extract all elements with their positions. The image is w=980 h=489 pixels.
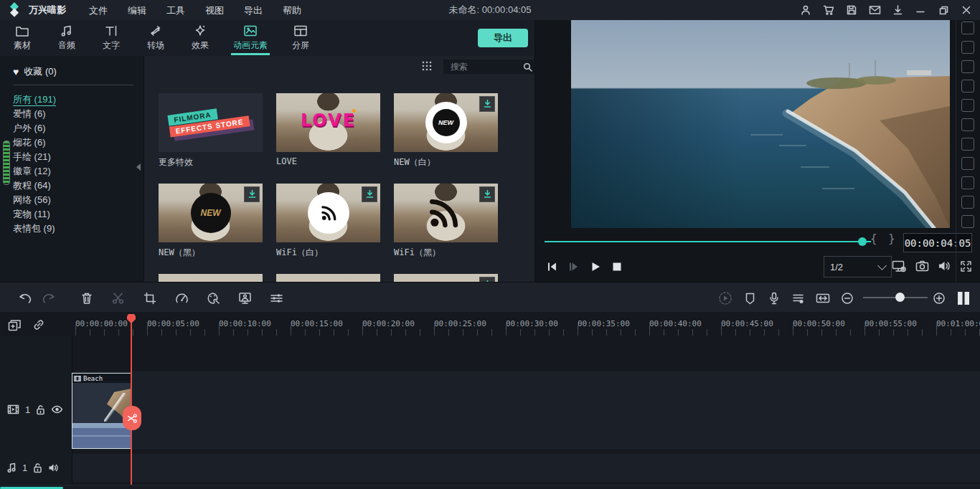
volume-icon[interactable] bbox=[936, 257, 953, 275]
playhead-handle[interactable] bbox=[127, 314, 136, 323]
fit-timeline-icon[interactable] bbox=[814, 289, 832, 308]
lock-icon[interactable] bbox=[33, 462, 42, 473]
download-element-icon[interactable] bbox=[362, 186, 377, 202]
side-square[interactable] bbox=[961, 138, 974, 151]
mark-in-icon[interactable]: { bbox=[870, 232, 877, 245]
save-icon[interactable] bbox=[842, 1, 861, 19]
lock-icon[interactable] bbox=[36, 404, 45, 415]
download-element-icon[interactable] bbox=[244, 186, 260, 202]
menu-help[interactable]: 帮助 bbox=[273, 1, 311, 20]
element-card-wifi-white[interactable] bbox=[276, 184, 380, 242]
color-icon[interactable] bbox=[204, 289, 222, 308]
category-emoji[interactable]: 表情包 (9) bbox=[13, 222, 143, 236]
category-internet[interactable]: 网络 (56) bbox=[13, 193, 143, 207]
side-square[interactable] bbox=[961, 196, 974, 209]
audio-mixer-icon[interactable] bbox=[789, 289, 808, 308]
mail-icon[interactable] bbox=[865, 1, 884, 19]
voiceover-icon[interactable] bbox=[765, 289, 783, 308]
link-icon[interactable] bbox=[30, 316, 47, 333]
video-track-lane[interactable] bbox=[72, 371, 980, 450]
zoom-in-icon[interactable] bbox=[930, 289, 948, 308]
download-element-icon[interactable] bbox=[479, 96, 495, 112]
side-square[interactable] bbox=[961, 215, 974, 228]
portrait-icon[interactable] bbox=[235, 289, 254, 308]
category-badges[interactable]: 徽章 (12) bbox=[13, 164, 143, 179]
side-square[interactable] bbox=[961, 157, 974, 170]
add-track-icon[interactable] bbox=[6, 316, 23, 333]
user-icon[interactable] bbox=[796, 1, 815, 19]
redo-icon[interactable] bbox=[39, 289, 58, 308]
preview-quality-select[interactable]: 1/2 bbox=[824, 256, 892, 277]
seekbar-knob[interactable] bbox=[858, 237, 867, 246]
side-square[interactable] bbox=[961, 80, 974, 92]
category-handdrawn[interactable]: 手绘 (21) bbox=[13, 150, 143, 164]
zoom-slider-knob[interactable] bbox=[895, 293, 905, 302]
menu-view[interactable]: 视图 bbox=[195, 1, 234, 20]
video-preview[interactable] bbox=[571, 20, 950, 228]
element-card-partial[interactable] bbox=[159, 274, 263, 282]
menu-edit[interactable]: 编辑 bbox=[118, 1, 156, 20]
adjust-icon[interactable] bbox=[267, 289, 286, 308]
delete-icon[interactable] bbox=[77, 289, 96, 308]
preview-seekbar[interactable] bbox=[545, 237, 871, 246]
tab-effects[interactable]: 效果 bbox=[178, 20, 222, 56]
speaker-icon[interactable] bbox=[48, 463, 59, 473]
search-icon[interactable] bbox=[523, 62, 532, 72]
collapse-panel-icon[interactable] bbox=[136, 163, 141, 171]
side-square[interactable] bbox=[961, 60, 974, 73]
previous-frame-button[interactable] bbox=[544, 258, 561, 275]
restore-icon[interactable] bbox=[934, 1, 953, 19]
speed-icon[interactable] bbox=[172, 289, 191, 308]
category-outdoor[interactable]: 户外 (6) bbox=[13, 121, 143, 136]
display-settings-icon[interactable] bbox=[890, 257, 908, 275]
cut-clip-button[interactable] bbox=[123, 406, 141, 430]
tab-audio[interactable]: 音频 bbox=[44, 20, 89, 56]
side-square[interactable] bbox=[961, 118, 974, 131]
side-square[interactable] bbox=[961, 176, 974, 189]
element-card-new-white[interactable]: NEW bbox=[394, 93, 498, 152]
export-button[interactable]: 导出 bbox=[478, 29, 528, 47]
tab-split-screen[interactable]: 分屏 bbox=[278, 20, 323, 56]
download-element-icon[interactable] bbox=[479, 277, 495, 282]
cut-icon[interactable] bbox=[109, 289, 128, 308]
download-element-icon[interactable] bbox=[479, 186, 495, 202]
audio-track-lane[interactable] bbox=[72, 454, 980, 482]
category-tutorial[interactable]: 教程 (64) bbox=[13, 179, 143, 193]
eye-icon[interactable] bbox=[51, 405, 63, 414]
render-preview-icon[interactable] bbox=[716, 289, 735, 308]
play-button[interactable] bbox=[587, 258, 604, 275]
category-love[interactable]: 爱情 (6) bbox=[13, 107, 143, 121]
element-card-love[interactable]: LOVE bbox=[276, 93, 380, 152]
mark-out-icon[interactable]: } bbox=[888, 232, 895, 245]
sidebar-scrollbar[interactable] bbox=[3, 141, 10, 185]
grid-view-icon[interactable] bbox=[422, 61, 432, 71]
tab-transition[interactable]: 转场 bbox=[133, 20, 178, 56]
crop-icon[interactable] bbox=[141, 289, 159, 308]
undo-icon[interactable] bbox=[16, 289, 34, 308]
tab-elements[interactable]: 动画元素 bbox=[222, 20, 278, 56]
snapshot-icon[interactable] bbox=[913, 257, 930, 275]
favorites-item[interactable]: ♥ 收藏 (0) bbox=[13, 65, 143, 78]
category-all[interactable]: 所有 (191) bbox=[13, 92, 143, 107]
element-card-partial[interactable] bbox=[276, 274, 380, 282]
zoom-out-icon[interactable] bbox=[838, 289, 857, 308]
side-square[interactable] bbox=[961, 41, 974, 54]
element-card-effects-store[interactable]: FILMORA EFFECTS STORE bbox=[159, 93, 263, 152]
tab-media[interactable]: 素材 bbox=[0, 20, 44, 56]
next-frame-button[interactable] bbox=[565, 258, 583, 275]
playhead[interactable] bbox=[131, 314, 132, 485]
side-square[interactable] bbox=[961, 99, 974, 112]
stop-button[interactable] bbox=[608, 258, 626, 275]
side-square[interactable] bbox=[961, 22, 974, 34]
tab-text[interactable]: 文字 bbox=[89, 20, 133, 56]
download-icon[interactable] bbox=[888, 1, 907, 19]
category-pets[interactable]: 宠物 (11) bbox=[13, 207, 143, 222]
cart-icon[interactable] bbox=[819, 1, 838, 19]
minimize-icon[interactable] bbox=[911, 1, 930, 19]
element-card-new-black[interactable]: NEW bbox=[159, 184, 263, 242]
marker-icon[interactable] bbox=[740, 289, 759, 308]
category-fireworks[interactable]: 烟花 (6) bbox=[13, 136, 143, 150]
close-icon[interactable] bbox=[957, 1, 976, 19]
element-card-partial[interactable] bbox=[394, 274, 498, 282]
element-card-wifi-black[interactable] bbox=[394, 184, 498, 242]
